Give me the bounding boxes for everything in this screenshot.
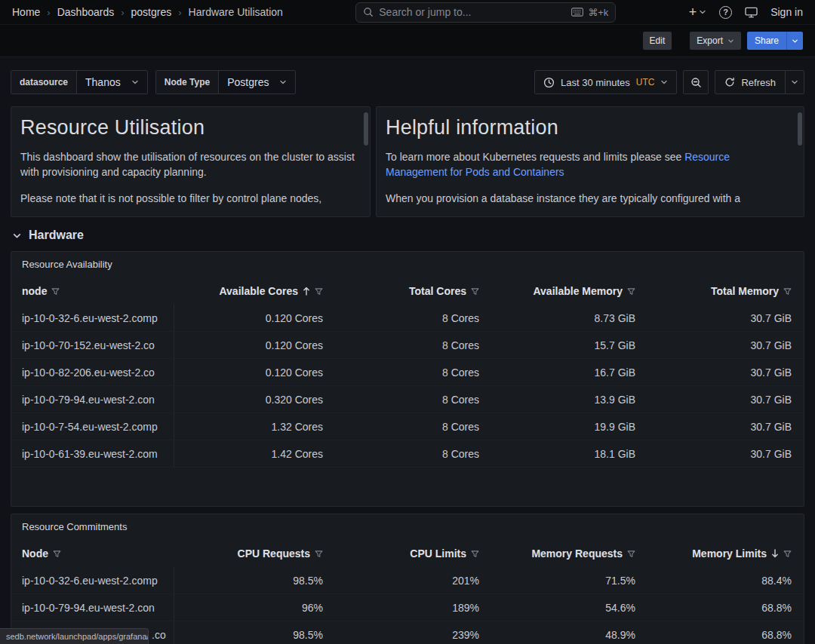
node-cell: ip-10-0-7-54.eu-west-2.comp [22,413,174,440]
timezone-label: UTC [636,77,655,87]
sign-in-button[interactable]: Sign in [770,6,803,18]
memory-limits-cell: 68.8% [635,629,792,641]
table-row[interactable]: ip-10-0-32-6.eu-west-2.comp 0.120 Cores … [11,305,804,332]
filter-icon[interactable] [783,287,792,296]
breadcrumb-dashboards[interactable]: Dashboards [57,6,115,18]
clock-icon [543,77,555,88]
filter-icon[interactable] [315,550,323,558]
share-button-group: Share [747,32,803,50]
cpu-requests-cell: 98.5% [174,629,323,641]
column-label: Node [22,547,48,560]
time-range-picker[interactable]: Last 30 minutes UTC [534,70,677,94]
variable-node-type-label: Node Type [156,71,219,94]
zoom-out-icon [690,77,702,88]
breadcrumb-home[interactable]: Home [12,6,40,18]
memory-requests-cell: 48.9% [479,629,635,641]
column-header-memory-requests[interactable]: Memory Requests [479,543,635,564]
column-header-total-cores[interactable]: Total Cores [323,281,479,302]
breadcrumb-current-page: Hardware Utilisation [189,6,283,18]
display-icon[interactable] [745,7,758,18]
sort-descending-icon[interactable] [771,549,779,558]
column-header-total-memory[interactable]: Total Memory [635,281,792,302]
column-label: Total Memory [711,285,779,297]
total-memory-cell: 30.7 GiB [635,366,792,379]
filter-icon[interactable] [783,550,792,558]
available-cores-cell: 0.120 Cores [174,339,323,351]
node-cell: ip-10-0-79-94.eu-west-2.con [22,594,174,621]
filter-icon[interactable] [471,550,479,558]
total-cores-cell: 8 Cores [323,366,479,379]
export-button-label: Export [697,35,723,46]
new-button[interactable]: + [689,5,707,19]
table-row[interactable]: ip-10-0-61-39.eu-west-2.com 1.42 Cores 8… [11,440,804,468]
help-icon[interactable]: ? [719,6,732,19]
table-row[interactable]: ip-10-0-79-94.eu-west-2.con 0.320 Cores … [11,386,804,413]
panel-title: Helpful information [386,116,792,140]
total-memory-cell: 30.7 GiB [635,421,792,433]
table-row[interactable]: ip-10-0-82-206.eu-west-2.co 0.120 Cores … [11,359,804,386]
refresh-icon [724,77,735,87]
table-row[interactable]: ip-10-0-70-152.eu-west-2.co 0.120 Cores … [11,332,804,359]
edit-button[interactable]: Edit [643,32,672,50]
column-header-cpu-limits[interactable]: CPU Limits [323,543,479,564]
column-header-available-cores[interactable]: Available Cores [174,281,323,302]
dashboard-action-bar: Edit Export Share [0,25,815,57]
panel-title: Resource Availability [11,256,804,276]
panel-paragraph: To learn more about Kubernetes requests … [386,149,792,179]
memory-requests-cell: 54.6% [479,602,635,614]
column-header-cpu-requests[interactable]: CPU Requests [174,543,323,564]
cpu-requests-cell: 98.5% [174,575,323,587]
filter-icon[interactable] [627,287,635,296]
table-row[interactable]: ip-10-0-7-54.eu-west-2.comp 1.32 Cores 8… [11,413,804,440]
variable-datasource-picker[interactable]: Thanos [77,71,147,94]
filter-icon[interactable] [627,550,635,558]
memory-requests-cell: 71.5% [479,575,635,587]
panel-scrollbar[interactable] [798,112,802,146]
column-header-node[interactable]: Node [22,543,174,564]
filter-icon[interactable] [315,287,323,296]
total-memory-cell: 30.7 GiB [635,312,792,324]
table-header: node Available Cores Total Cores Availab… [11,281,804,302]
filter-icon[interactable] [51,287,60,296]
table-row[interactable]: ip-10-0-32-6.eu-west-2.comp 98.5% 201% 7… [11,567,804,594]
variable-datasource-value: Thanos [85,76,121,88]
resource-availability-panel: Resource Availability node Available Cor… [11,251,804,507]
breadcrumb-postgres[interactable]: postgres [131,6,172,18]
keyboard-icon [571,8,583,17]
refresh-interval-button[interactable] [785,71,804,94]
available-memory-cell: 19.9 GiB [479,421,635,433]
breadcrumb: Home › Dashboards › postgres › Hardware … [12,6,283,18]
total-memory-cell: 30.7 GiB [635,339,792,351]
refresh-button[interactable]: Refresh [715,71,785,94]
export-button[interactable]: Export [690,32,741,50]
share-options-button[interactable] [786,32,803,50]
top-actions: + ? Sign in [689,5,803,19]
node-cell: ip-10-0-70-152.eu-west-2.co [22,332,174,358]
hardware-section-toggle[interactable]: Hardware [0,226,815,244]
available-cores-cell: 0.120 Cores [174,366,323,379]
search-input[interactable] [379,6,566,18]
helpful-text: To learn more about Kubernetes requests … [386,151,684,163]
filter-icon[interactable] [53,550,61,558]
search-icon [363,7,374,17]
available-memory-cell: 13.9 GiB [479,394,635,406]
available-cores-cell: 1.32 Cores [174,421,323,433]
column-header-node[interactable]: node [22,281,174,302]
column-label: CPU Requests [238,547,310,560]
panel-scrollbar[interactable] [364,112,368,146]
chevron-down-icon [660,78,668,86]
column-header-memory-limits[interactable]: Memory Limits [635,543,792,564]
search-bar[interactable]: ⌘+k [355,2,616,23]
resource-utilisation-panel: Resource Utilisation This dashboard show… [11,106,371,217]
column-label: node [22,285,47,297]
table-row[interactable]: ip-10-0-79-94.eu-west-2.con 96% 189% 54.… [11,594,804,621]
top-nav-bar: Home › Dashboards › postgres › Hardware … [0,0,815,25]
share-button[interactable]: Share [747,32,786,50]
zoom-out-button[interactable] [683,70,709,94]
variable-node-type-picker[interactable]: Postgres [219,71,295,94]
refresh-button-label: Refresh [741,77,776,88]
column-header-available-memory[interactable]: Available Memory [479,281,635,302]
node-cell: ip-10-0-61-39.eu-west-2.com [22,440,174,467]
sort-ascending-icon[interactable] [303,287,310,296]
filter-icon[interactable] [471,287,479,296]
